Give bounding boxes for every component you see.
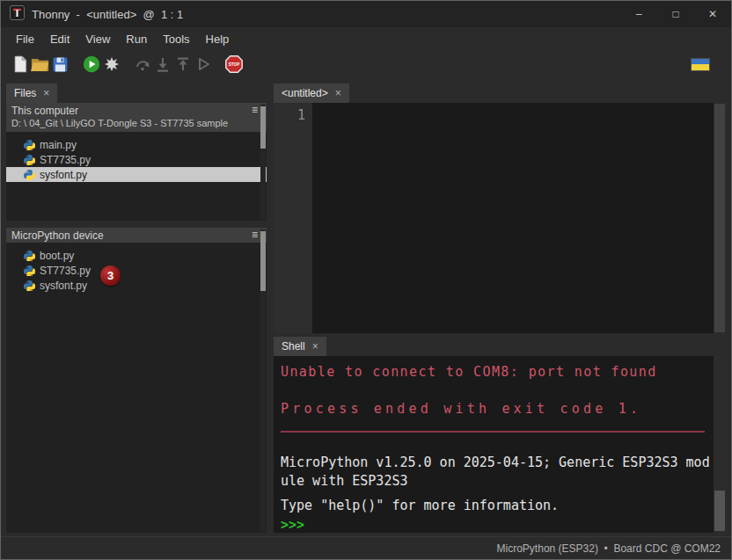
resume-icon: [194, 55, 212, 73]
device-files-scrollbar[interactable]: [260, 229, 266, 531]
step-over-button[interactable]: [132, 54, 152, 75]
svg-text:STOP: STOP: [228, 62, 238, 67]
device-file-item-st7735-py[interactable]: ST7735.py: [6, 263, 267, 278]
debug-button[interactable]: [101, 54, 121, 75]
python-file-icon: [24, 169, 35, 180]
this-computer-header: This computer ≡: [6, 103, 267, 118]
menu-item-edit[interactable]: Edit: [42, 30, 77, 48]
titlebar[interactable]: Thonny - <untitled> @ 1 : 1 – □ ✕: [1, 1, 731, 27]
pane-menu-icon[interactable]: ≡: [252, 104, 258, 116]
menu-item-tools[interactable]: Tools: [155, 30, 197, 48]
device-file-item-sysfont-py[interactable]: sysfont.py: [6, 278, 267, 293]
shell-help-line: Type "help()" for more information.: [281, 497, 714, 515]
thonny-window: Thonny - <untitled> @ 1 : 1 – □ ✕ File E…: [0, 0, 732, 560]
statusbar: MicroPython (ESP32) • Board CDC @ COM22: [1, 536, 731, 559]
editor-scrollbar[interactable]: [714, 103, 726, 333]
files-panel: Files × This computer ≡ D: \ 04_Git \ Li…: [6, 84, 267, 533]
shell-tab-close-icon[interactable]: ×: [312, 340, 318, 353]
step-out-icon: [174, 55, 192, 73]
python-file-icon: [24, 250, 35, 261]
editor: 1: [274, 103, 726, 333]
ukraine-flag-icon[interactable]: [691, 58, 710, 71]
device-file-item-boot-py[interactable]: boot.py: [6, 248, 267, 263]
maximize-button[interactable]: □: [657, 1, 694, 27]
window-title: Thonny - <untitled> @ 1 : 1: [32, 8, 183, 21]
window-controls: – □ ✕: [620, 1, 731, 27]
debug-icon: [103, 55, 121, 73]
open-file-button[interactable]: [30, 54, 50, 75]
line-number-gutter: 1: [274, 103, 312, 333]
shell-banner-line: MicroPython v1.25.0 on 2025-04-15; Gener…: [281, 454, 714, 472]
file-item-sysfont-py[interactable]: sysfont.py: [6, 167, 267, 182]
open-folder-icon: [31, 56, 49, 72]
minimize-button[interactable]: –: [620, 1, 657, 27]
files-tab-close-icon[interactable]: ×: [43, 87, 49, 99]
python-file-icon: [24, 280, 35, 291]
editor-tab[interactable]: <untitled> ×: [274, 84, 349, 103]
new-file-icon: [12, 55, 28, 73]
menu-item-view[interactable]: View: [77, 30, 118, 48]
device-file-tree: boot.py ST7735.py sysfont.py: [6, 243, 267, 293]
step-into-button[interactable]: [152, 54, 172, 75]
stop-button[interactable]: STOP: [223, 54, 244, 75]
shell-error-line: Process ended with exit code 1.: [281, 400, 714, 418]
resume-button[interactable]: [193, 54, 213, 75]
shell-banner-line: ule with ESP32S3: [281, 472, 714, 491]
thonny-logo-icon: [10, 5, 25, 24]
file-item-main-py[interactable]: main.py: [6, 137, 267, 152]
this-computer-pane: This computer ≡ D: \ 04_Git \ LilyGO T-D…: [6, 103, 267, 221]
shell-tab[interactable]: Shell ×: [274, 337, 326, 356]
notification-badge: 3: [100, 265, 121, 286]
computer-file-tree: main.py ST7735.py sysfont.py: [6, 132, 267, 182]
menubar: File Edit View Run Tools Help: [1, 27, 731, 50]
toolbar: STOP: [1, 50, 731, 78]
main-area: Files × This computer ≡ D: \ 04_Git \ Li…: [1, 78, 731, 536]
stop-icon: STOP: [224, 55, 244, 74]
python-file-icon: [24, 154, 35, 165]
files-tab[interactable]: Files ×: [6, 84, 57, 103]
run-button[interactable]: [81, 54, 101, 75]
step-out-button[interactable]: [172, 54, 193, 75]
step-into-icon: [154, 55, 172, 73]
shell-error-line: Unable to connect to COM8: port not foun…: [281, 363, 714, 382]
python-file-icon: [24, 139, 35, 150]
step-over-icon: [134, 55, 151, 73]
shell-scrollbar[interactable]: [714, 356, 726, 533]
editor-tab-close-icon[interactable]: ×: [335, 87, 341, 99]
code-area[interactable]: [312, 103, 714, 333]
file-item-st7735-py[interactable]: ST7735.py: [6, 152, 267, 167]
menu-item-run[interactable]: Run: [118, 30, 155, 48]
menu-item-file[interactable]: File: [8, 30, 42, 48]
shell-prompt[interactable]: >>>: [281, 516, 714, 533]
shell: Unable to connect to COM8: port not foun…: [274, 356, 726, 533]
pane-menu-icon[interactable]: ≡: [252, 229, 258, 241]
files-scrollbar[interactable]: [260, 105, 266, 219]
shell-output[interactable]: Unable to connect to COM8: port not foun…: [274, 356, 714, 533]
line-number: 1: [297, 107, 305, 123]
this-computer-path: D: \ 04_Git \ LilyGO T-Dongle S3 - ST773…: [6, 118, 267, 132]
menu-item-help[interactable]: Help: [198, 30, 238, 48]
micropython-device-pane: MicroPython device ≡ boot.py ST7735.py s…: [6, 228, 267, 533]
save-button[interactable]: [50, 54, 70, 75]
save-icon: [52, 56, 69, 73]
editor-shell-column: <untitled> × 1 Shell ×: [274, 84, 726, 533]
error-separator: [281, 431, 705, 433]
close-button[interactable]: ✕: [694, 1, 731, 27]
backend-selector[interactable]: MicroPython (ESP32) • Board CDC @ COM22: [497, 542, 721, 555]
device-header: MicroPython device ≡: [6, 228, 267, 243]
python-file-icon: [24, 265, 35, 276]
run-icon: [82, 55, 101, 74]
new-file-button[interactable]: [10, 54, 30, 75]
